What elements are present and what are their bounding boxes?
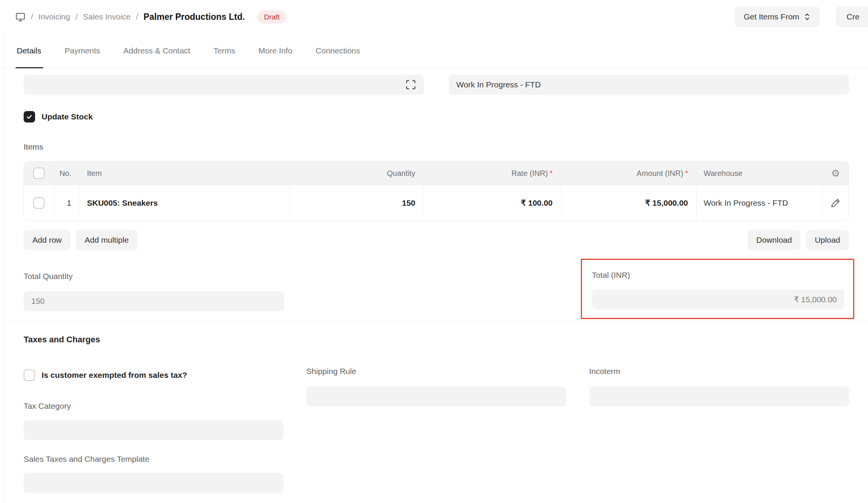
taxes-template-label: Sales Taxes and Charges Template xyxy=(24,455,283,464)
row-warehouse[interactable]: Work In Progress - FTD xyxy=(696,185,822,221)
total-inr-highlight: Total (INR) ₹ 15,000.00 xyxy=(581,259,854,319)
tab-more-info[interactable]: More Info xyxy=(259,34,293,68)
tax-category-label: Tax Category xyxy=(24,401,283,411)
col-amount: Amount (INR)* xyxy=(561,162,696,185)
download-button[interactable]: Download xyxy=(747,230,800,250)
row-amount[interactable]: ₹ 15,000.00 xyxy=(561,185,696,221)
shipping-rule-label: Shipping Rule xyxy=(306,367,566,376)
breadcrumb-separator: / xyxy=(136,12,138,21)
items-table-header: No. Item Quantity Rate (INR)* Amount (IN… xyxy=(24,162,849,185)
page-title: Palmer Productions Ltd. xyxy=(143,12,245,22)
total-inr-label: Total (INR) xyxy=(592,271,844,280)
row-edit-cell xyxy=(822,185,849,221)
col-item: Item xyxy=(80,162,289,185)
upload-button[interactable]: Upload xyxy=(806,230,849,250)
tax-exempt-row[interactable]: Is customer exempted from sales tax? xyxy=(24,369,283,381)
required-marker: * xyxy=(685,169,688,177)
update-stock-row[interactable]: Update Stock xyxy=(24,111,849,123)
select-all-checkbox[interactable] xyxy=(33,168,45,179)
tax-exempt-label: Is customer exempted from sales tax? xyxy=(42,371,187,380)
scan-barcode-input[interactable] xyxy=(24,75,424,95)
expand-icon[interactable] xyxy=(405,79,416,90)
header-bar: / Invoicing / Sales Invoice / Palmer Pro… xyxy=(0,0,868,34)
shipping-rule-input[interactable] xyxy=(306,387,566,406)
breadcrumb-separator: / xyxy=(31,12,33,21)
total-quantity-field: 150 xyxy=(24,291,284,311)
add-row-button[interactable]: Add row xyxy=(24,230,71,250)
tax-category-input[interactable] xyxy=(24,420,283,440)
row-quantity[interactable]: 150 xyxy=(289,185,424,221)
col-no: No. xyxy=(54,162,80,185)
update-stock-checkbox[interactable] xyxy=(24,111,35,123)
tab-terms[interactable]: Terms xyxy=(214,34,235,68)
update-stock-label: Update Stock xyxy=(42,112,93,121)
col-warehouse: Warehouse xyxy=(696,162,822,185)
col-rate: Rate (INR)* xyxy=(424,162,561,185)
header-actions: Get Items From Cre xyxy=(735,6,868,27)
breadcrumb: / Invoicing / Sales Invoice / Palmer Pro… xyxy=(15,10,286,24)
tab-payments[interactable]: Payments xyxy=(64,34,100,68)
gear-icon[interactable]: ⚙ xyxy=(831,168,840,179)
row-rate[interactable]: ₹ 100.00 xyxy=(424,185,561,221)
tab-address-contact[interactable]: Address & Contact xyxy=(124,34,190,68)
tax-exempt-checkbox[interactable] xyxy=(24,369,35,381)
section-divider xyxy=(4,321,868,321)
get-items-from-button[interactable]: Get Items From xyxy=(735,6,820,27)
taxes-template-input[interactable] xyxy=(24,473,283,493)
grid-settings-cell: ⚙ xyxy=(822,162,849,185)
row-checkbox[interactable] xyxy=(33,197,45,209)
total-inr-field: ₹ 15,000.00 xyxy=(592,290,844,310)
add-multiple-button[interactable]: Add multiple xyxy=(76,230,138,250)
items-table: No. Item Quantity Rate (INR)* Amount (IN… xyxy=(24,161,849,221)
row-item[interactable]: SKU005: Sneakers xyxy=(80,185,289,221)
col-quantity: Quantity xyxy=(289,162,424,185)
breadcrumb-link-invoicing[interactable]: Invoicing xyxy=(39,12,70,21)
tab-details[interactable]: Details xyxy=(17,34,41,68)
select-all-cell xyxy=(24,162,54,185)
incoterm-label: Incoterm xyxy=(589,367,849,376)
table-row: 1 SKU005: Sneakers 150 ₹ 100.00 ₹ 15,000… xyxy=(24,185,849,221)
status-badge: Draft xyxy=(257,10,286,24)
row-select-cell xyxy=(24,185,54,221)
edit-pencil-icon[interactable] xyxy=(830,198,841,208)
tab-connections[interactable]: Connections xyxy=(316,34,360,68)
create-button[interactable]: Cre xyxy=(836,6,868,27)
breadcrumb-link-sales-invoice[interactable]: Sales Invoice xyxy=(83,12,131,21)
row-number[interactable]: 1 xyxy=(54,185,80,221)
monitor-icon xyxy=(15,12,26,22)
total-quantity-label: Total Quantity xyxy=(24,272,284,281)
tab-bar: Details Payments Address & Contact Terms… xyxy=(0,34,868,68)
content-left-divider xyxy=(4,34,4,503)
chevron-updown-icon xyxy=(804,12,810,21)
taxes-section-title: Taxes and Charges xyxy=(24,335,849,345)
items-section-title: Items xyxy=(24,142,849,152)
warehouse-input[interactable]: Work In Progress - FTD xyxy=(449,75,849,95)
required-marker: * xyxy=(550,169,553,177)
incoterm-input[interactable] xyxy=(589,387,849,406)
breadcrumb-separator: / xyxy=(76,12,78,21)
